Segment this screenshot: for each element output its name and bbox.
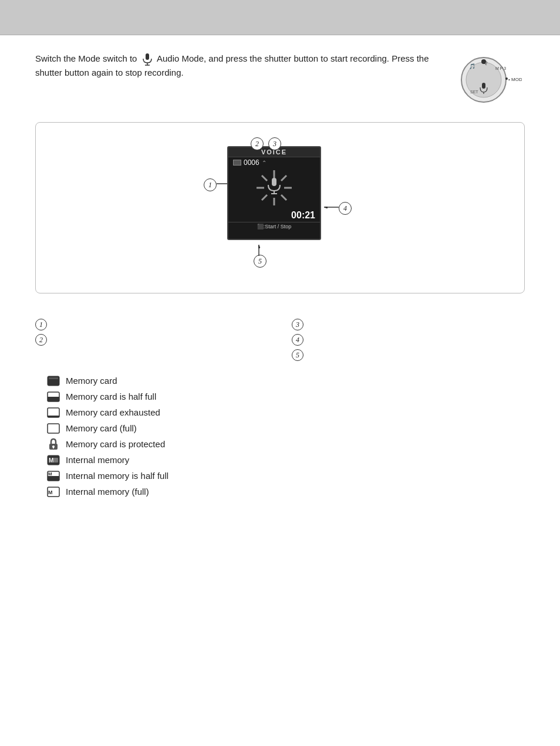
svg-text:• MODE: • MODE [508, 77, 522, 82]
screen-counter: 0006 ⌃ [228, 157, 320, 168]
memory-card-half-icon [47, 391, 60, 402]
callout-2: 2 [251, 137, 264, 150]
label-row-1: 1 [35, 317, 268, 332]
labels-col1: 1 2 [35, 317, 268, 363]
labels-col2: 3 4 5 [292, 317, 525, 363]
internal-memory-half-label: Internal memory is half full [66, 470, 168, 482]
internal-memory-empty-label: Internal memory (full) [66, 485, 149, 498]
memory-card-protected-icon [47, 439, 60, 450]
svg-rect-42 [53, 458, 58, 463]
label-row-4: 4 [292, 332, 525, 347]
svg-text:M P 3: M P 3 [495, 66, 506, 70]
memory-item-card-exhausted: Memory card exhausted [47, 406, 525, 418]
label-num-5: 5 [292, 349, 303, 361]
svg-text:🎵: 🎵 [469, 63, 476, 70]
intro-section: Switch the Mode switch to Audio Mode, an… [0, 35, 560, 116]
diagram-box: 1 VOICE 0006 ⌃ [35, 122, 525, 293]
callout-3: 3 [268, 137, 281, 150]
svg-point-13 [505, 77, 508, 80]
svg-rect-9 [482, 83, 485, 89]
memory-item-card-protected: Memory card is protected [47, 438, 525, 450]
svg-text:Q: Q [484, 60, 487, 65]
top-bar [0, 0, 560, 35]
svg-rect-36 [48, 424, 59, 433]
internal-memory-full-icon: M [47, 455, 60, 465]
screen-footer: ⬛:Start / Stop [228, 222, 320, 231]
counter-icon [233, 160, 241, 166]
memory-card-exhausted-icon [47, 407, 60, 418]
label-num-1: 1 [35, 319, 47, 330]
memory-item-internal-full: M Internal memory [47, 454, 525, 466]
svg-line-20 [281, 195, 286, 200]
sunburst-svg [254, 167, 295, 208]
intro-text: Switch the Mode switch to Audio Mode, an… [35, 52, 431, 79]
callout-5: 5 [254, 255, 266, 268]
svg-rect-0 [146, 53, 149, 60]
svg-rect-39 [53, 447, 54, 448]
callout-4: 4 [339, 202, 352, 215]
internal-memory-full-label: Internal memory [66, 454, 129, 466]
svg-line-22 [262, 195, 267, 200]
arrow-5 [258, 243, 260, 256]
svg-line-19 [262, 175, 267, 181]
memory-card-exhausted-label: Memory card exhausted [66, 406, 160, 418]
memory-item-card-empty: Memory card (full) [47, 422, 525, 434]
diagram-inner: 1 VOICE 0006 ⌃ [186, 140, 374, 275]
label-num-2: 2 [35, 334, 47, 346]
screen-center-area [228, 168, 320, 209]
callout-1: 1 [204, 178, 217, 191]
label-row-2: 2 [35, 332, 268, 347]
memory-item-card-half: Memory card is half full [47, 390, 525, 403]
mic-icon-inline [141, 53, 153, 66]
screen-timer: 00:21 [228, 209, 320, 222]
arrow-4 [322, 207, 340, 208]
label-num-3: 3 [292, 319, 303, 330]
mode-dial-svg: 🎵 Q M P 3 SET • MODE [451, 53, 522, 103]
svg-text:SET: SET [470, 90, 478, 94]
labels-section: 1 2 3 4 5 [0, 311, 560, 374]
internal-memory-empty-icon: M [47, 487, 60, 497]
memory-item-internal-empty: M Internal memory (full) [47, 485, 525, 498]
memory-card-empty-icon [47, 423, 60, 434]
svg-text:M: M [48, 490, 53, 495]
label-row-5: 5 [292, 347, 525, 363]
intro-text-before: Switch the Mode switch to [35, 53, 137, 63]
memory-card-half-label: Memory card is half full [66, 390, 156, 403]
svg-text:M: M [48, 471, 52, 477]
memory-item-card-full-dark: Memory card [47, 374, 525, 387]
camera-screen: VOICE 0006 ⌃ [227, 146, 321, 240]
memory-card-full-dark-icon [47, 376, 60, 386]
svg-rect-31 [49, 377, 58, 379]
memory-list: Memory card Memory card is half full Mem… [0, 374, 560, 509]
mode-dial: 🎵 Q M P 3 SET • MODE [448, 52, 525, 104]
svg-line-21 [281, 175, 286, 181]
memory-card-full-dark-label: Memory card [66, 374, 117, 387]
memory-card-empty-label: Memory card (full) [66, 422, 137, 434]
memory-item-internal-half: M Internal memory is half full [47, 470, 525, 482]
label-num-4: 4 [292, 334, 303, 346]
label-row-3: 3 [292, 317, 525, 332]
svg-text:M: M [49, 457, 53, 464]
internal-memory-half-icon: M [47, 471, 60, 481]
memory-card-protected-label: Memory card is protected [66, 438, 165, 450]
svg-rect-23 [272, 178, 276, 186]
